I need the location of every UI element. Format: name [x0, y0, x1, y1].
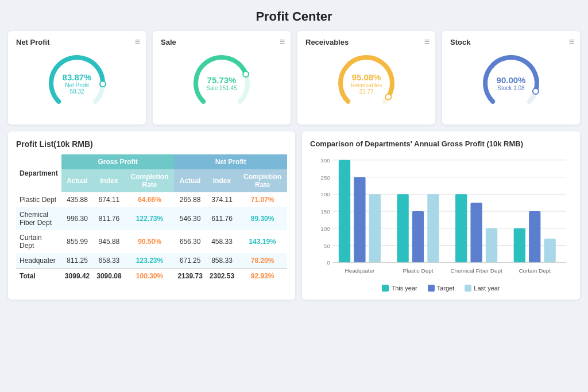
- legend-last-year: Last year: [465, 285, 500, 292]
- profit-list-title: Profit List(10k RMB): [16, 139, 287, 149]
- card-receivables-pct: 95.08%: [349, 72, 384, 82]
- np-actual: 2139.73: [174, 269, 206, 284]
- gp-actual: 996.30: [61, 207, 93, 230]
- table-row: ChemicalFiber Dept 996.30 811.76 122.73%…: [16, 207, 287, 230]
- dept-name: Total: [16, 269, 61, 284]
- legend-target-label: Target: [437, 285, 455, 292]
- svg-text:Plastic Dept: Plastic Dept: [403, 267, 434, 274]
- table-row: Curtain Dept 855.99 945.88 90.50% 656.30…: [16, 230, 287, 253]
- card-receivables-menu[interactable]: ≡: [424, 37, 430, 47]
- card-receivables: Receivables ≡ 95.08% Receivables 23.77: [297, 31, 435, 125]
- np-actual: 656.30: [174, 230, 206, 253]
- legend-target: Target: [428, 285, 455, 292]
- np-rate: 71.07%: [238, 192, 287, 207]
- dept-name: Plastic Dept: [16, 192, 61, 207]
- page-title: Profit Center: [0, 0, 588, 31]
- card-receivables-gauge: 95.08% Receivables 23.77: [305, 49, 427, 118]
- svg-text:100: 100: [320, 226, 330, 232]
- top-cards: Net Profit ≡ 83.87% Net Profit 50.32 Sal…: [0, 31, 588, 131]
- svg-text:50: 50: [324, 243, 331, 249]
- card-net-profit-title: Net Profit: [16, 38, 138, 46]
- bottom-section: Profit List(10k RMB) Department Gross Pr…: [0, 131, 588, 308]
- col-gp-index: Index: [93, 169, 125, 192]
- svg-text:300: 300: [320, 157, 330, 164]
- svg-rect-22: [397, 194, 408, 262]
- np-actual: 546.30: [174, 207, 206, 230]
- np-index: 458.33: [206, 230, 238, 253]
- card-sale-gauge: 75.73% Sale 151.45: [161, 49, 283, 118]
- svg-rect-20: [369, 194, 381, 262]
- card-sale-menu[interactable]: ≡: [280, 37, 285, 47]
- card-stock-pct: 90.00%: [497, 75, 526, 85]
- card-net-profit-gauge: 83.87% Net Profit 50.32: [16, 49, 138, 118]
- legend-this-year-label: This year: [391, 285, 417, 292]
- svg-text:150: 150: [320, 208, 330, 215]
- gp-index: 811.76: [93, 207, 125, 230]
- svg-rect-18: [339, 160, 350, 262]
- card-sale-sub: Sale 151.45: [206, 85, 237, 91]
- gp-index: 674.11: [93, 192, 125, 207]
- svg-rect-27: [470, 203, 482, 262]
- chart-panel: Comparison of Departments' Annual Gross …: [302, 131, 580, 300]
- np-index: 858.33: [206, 253, 238, 269]
- np-rate: 78.20%: [238, 253, 287, 269]
- col-dept: Department: [16, 154, 61, 192]
- card-stock: Stock ≡ 90.00% Stock 1.08: [442, 31, 580, 125]
- chart-panel-title: Comparison of Departments' Annual Gross …: [310, 139, 572, 148]
- gp-index: 3090.08: [93, 269, 125, 284]
- card-sale-title: Sale: [161, 38, 283, 46]
- svg-text:0: 0: [327, 259, 330, 266]
- svg-text:Chemical Fiber Dept: Chemical Fiber Dept: [450, 267, 502, 274]
- legend-this-year: This year: [382, 285, 417, 292]
- gp-actual: 435.88: [61, 192, 93, 207]
- bar-chart-svg: 050100150200250300HeadquaterPlastic Dept…: [310, 154, 572, 280]
- gp-index: 945.88: [93, 230, 125, 253]
- card-stock-gauge: 90.00% Stock 1.08: [450, 49, 572, 118]
- card-net-profit-sub: Net Profit 50.32: [60, 82, 94, 95]
- np-index: 2302.53: [206, 269, 238, 284]
- svg-point-0: [100, 81, 106, 87]
- gp-rate: 123.23%: [125, 253, 175, 269]
- svg-rect-31: [529, 211, 540, 262]
- card-receivables-sub: Receivables 23.77: [349, 82, 384, 95]
- np-actual: 671.25: [174, 253, 206, 269]
- col-net-profit: Net Profit: [174, 154, 287, 169]
- legend-last-year-color: [465, 285, 471, 292]
- card-stock-sub: Stock 1.08: [497, 85, 526, 91]
- svg-rect-28: [486, 228, 497, 262]
- card-sale-pct: 75.73%: [206, 75, 237, 85]
- card-stock-menu[interactable]: ≡: [569, 37, 574, 47]
- card-net-profit-pct: 83.87%: [60, 72, 94, 82]
- gp-index: 658.33: [93, 253, 125, 269]
- svg-point-2: [385, 94, 391, 100]
- card-stock-title: Stock: [450, 38, 572, 46]
- col-np-rate: Completion Rate: [238, 169, 287, 192]
- col-gross-profit: Gross Profit: [61, 154, 175, 169]
- table-row: Plastic Dept 435.88 674.11 64.66% 265.88…: [16, 192, 287, 207]
- svg-rect-26: [455, 194, 467, 262]
- svg-rect-23: [412, 211, 424, 262]
- svg-text:Headquater: Headquater: [345, 267, 375, 274]
- chart-legend: This year Target Last year: [310, 285, 572, 292]
- legend-this-year-color: [382, 285, 389, 292]
- gp-actual: 811.25: [61, 253, 93, 269]
- legend-last-year-label: Last year: [474, 285, 500, 292]
- svg-rect-30: [514, 228, 525, 262]
- svg-text:Curtain Dept: Curtain Dept: [519, 267, 551, 274]
- gp-actual: 855.99: [61, 230, 93, 253]
- card-net-profit-menu[interactable]: ≡: [135, 37, 140, 47]
- svg-text:250: 250: [320, 174, 330, 181]
- np-index: 611.76: [206, 207, 238, 230]
- svg-point-1: [243, 71, 249, 77]
- table-row: Total 3099.42 3090.08 100.30% 2139.73 23…: [16, 269, 287, 284]
- col-np-actual: Actual: [174, 169, 206, 192]
- np-actual: 265.88: [174, 192, 206, 207]
- table-row: Headquater 811.25 658.33 123.23% 671.25 …: [16, 253, 287, 269]
- profit-list: Profit List(10k RMB) Department Gross Pr…: [8, 131, 295, 300]
- np-rate: 89.30%: [238, 207, 287, 230]
- col-gp-rate: Completion Rate: [125, 169, 175, 192]
- np-index: 374.11: [206, 192, 238, 207]
- card-sale: Sale ≡ 75.73% Sale 151.45: [153, 31, 291, 125]
- dept-name: Headquater: [16, 253, 61, 269]
- svg-point-3: [533, 88, 539, 94]
